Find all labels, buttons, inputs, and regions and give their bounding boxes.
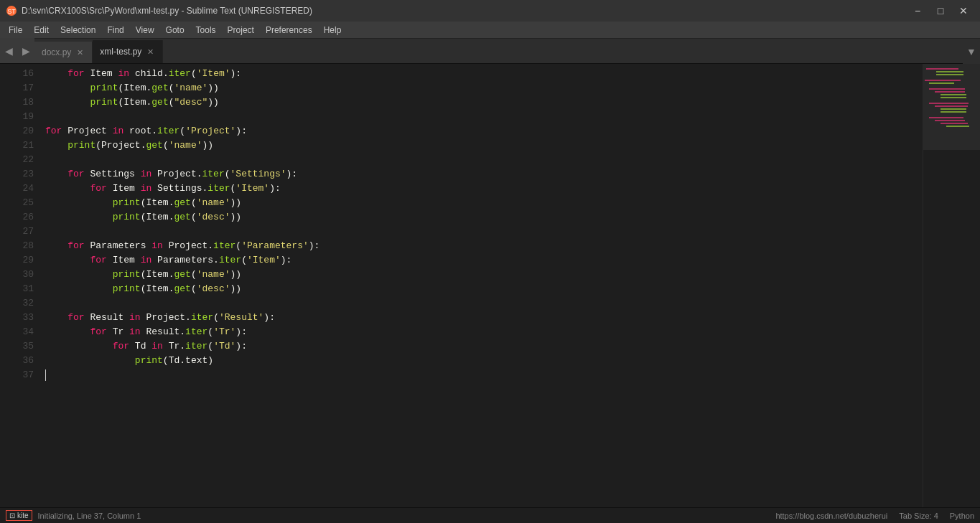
kite-icon: ⊡ [9, 512, 15, 519]
status-bar-right: https://blog.csdn.net/dubuzherui Tab Siz… [775, 512, 974, 520]
code-line-37 [39, 368, 923, 382]
kite-status: Initializing, Line 37, Column 1 [38, 512, 141, 520]
line-num-30: 30 [0, 268, 34, 282]
tab-docx[interactable]: docx.py ✕ [34, 42, 93, 63]
line-num-16: 16 [0, 67, 34, 81]
status-tabsize[interactable]: Tab Size: 4 [899, 512, 938, 520]
title-controls: − □ ✕ [907, 4, 974, 18]
menu-tools[interactable]: Tools [190, 22, 222, 38]
menu-bar: File Edit Selection Find View Goto Tools… [0, 22, 980, 39]
line-num-18: 18 [0, 95, 34, 110]
line-num-28: 28 [0, 239, 34, 253]
line-num-37: 37 [0, 368, 34, 382]
line-num-19: 19 [0, 110, 34, 124]
line-num-23: 23 [0, 167, 34, 182]
line-num-25: 25 [0, 196, 34, 210]
svg-text:ST: ST [7, 8, 16, 15]
status-bar-left: ⊡ kite Initializing, Line 37, Column 1 [6, 510, 141, 521]
code-line-34: for Tr in Result.iter('Tr'): [39, 325, 923, 339]
status-language[interactable]: Python [950, 512, 974, 520]
line-num-31: 31 [0, 282, 34, 296]
code-line-17: print(Item.get('name')) [39, 81, 923, 95]
line-num-21: 21 [0, 138, 34, 153]
code-line-28: for Parameters in Project.iter('Paramete… [39, 239, 923, 253]
line-num-36: 36 [0, 354, 34, 368]
menu-help[interactable]: Help [318, 22, 347, 38]
code-line-21: print(Project.get('name')) [39, 138, 923, 153]
line-num-22: 22 [0, 153, 34, 167]
code-line-23: for Settings in Project.iter('Settings')… [39, 167, 923, 182]
menu-file[interactable]: File [3, 22, 28, 38]
code-line-36: print(Td.text) [39, 354, 923, 368]
line-num-32: 32 [0, 296, 34, 311]
menu-find[interactable]: Find [101, 22, 129, 38]
minimize-button[interactable]: − [907, 4, 928, 18]
line-num-29: 29 [0, 253, 34, 268]
code-line-22 [39, 153, 923, 167]
editor: 16 17 18 19 20 21 22 23 24 25 26 27 28 2… [0, 64, 980, 507]
tab-dropdown-button[interactable]: ▼ [963, 39, 980, 64]
code-line-20: for Project in root.iter('Project'): [39, 124, 923, 138]
code-line-26: print(Item.get('desc')) [39, 210, 923, 225]
menu-goto[interactable]: Goto [160, 22, 190, 38]
code-line-29: for Item in Parameters.iter('Item'): [39, 253, 923, 268]
tab-docx-label: docx.py [42, 47, 71, 57]
line-num-26: 26 [0, 210, 34, 225]
menu-view[interactable]: View [130, 22, 160, 38]
kite-label: kite [17, 512, 29, 519]
line-num-20: 20 [0, 124, 34, 138]
tab-nav-left[interactable]: ◀ [0, 38, 17, 63]
line-num-27: 27 [0, 225, 34, 239]
tab-nav-right[interactable]: ▶ [17, 38, 34, 63]
line-num-35: 35 [0, 339, 34, 354]
kite-badge[interactable]: ⊡ kite [6, 510, 32, 521]
title-bar: ST D:\svn\CRX100S\Src\PyWord\xml-test.py… [0, 0, 980, 22]
window-title: D:\svn\CRX100S\Src\PyWord\xml-test.py - … [22, 6, 312, 16]
code-line-27 [39, 225, 923, 239]
code-line-35: for Td in Tr.iter('Td'): [39, 339, 923, 354]
code-line-19 [39, 110, 923, 124]
line-num-24: 24 [0, 182, 34, 196]
code-line-33: for Result in Project.iter('Result'): [39, 311, 923, 325]
line-numbers: 16 17 18 19 20 21 22 23 24 25 26 27 28 2… [0, 64, 39, 507]
code-line-30: print(Item.get('name')) [39, 268, 923, 282]
tab-xmltest-label: xml-test.py [100, 47, 141, 57]
minimap [923, 64, 980, 507]
tab-docx-close[interactable]: ✕ [75, 47, 85, 58]
tab-bar: ◀ ▶ docx.py ✕ xml-test.py ✕ ▼ [0, 39, 980, 64]
line-num-33: 33 [0, 311, 34, 325]
svg-rect-20 [923, 64, 980, 150]
status-bar: ⊡ kite Initializing, Line 37, Column 1 h… [0, 507, 980, 523]
title-bar-left: ST D:\svn\CRX100S\Src\PyWord\xml-test.py… [6, 5, 312, 17]
menu-preferences[interactable]: Preferences [260, 22, 318, 38]
code-line-31: print(Item.get('desc')) [39, 282, 923, 296]
menu-project[interactable]: Project [222, 22, 260, 38]
code-line-24: for Item in Settings.iter('Item'): [39, 182, 923, 196]
code-line-16: for Item in child.iter('Item'): [39, 67, 923, 81]
code-line-25: print(Item.get('name')) [39, 196, 923, 210]
app-icon: ST [6, 5, 17, 17]
status-url: https://blog.csdn.net/dubuzherui [775, 512, 887, 520]
code-line-18: print(Item.get("desc")) [39, 95, 923, 110]
tab-xmltest[interactable]: xml-test.py ✕ [93, 40, 163, 63]
menu-selection[interactable]: Selection [55, 22, 101, 38]
tab-xmltest-close[interactable]: ✕ [146, 47, 155, 57]
menu-edit[interactable]: Edit [28, 22, 55, 38]
line-num-17: 17 [0, 81, 34, 95]
code-line-32 [39, 296, 923, 311]
maximize-button[interactable]: □ [930, 4, 951, 18]
code-area[interactable]: for Item in child.iter('Item'): print(It… [39, 64, 923, 507]
line-num-34: 34 [0, 325, 34, 339]
close-button[interactable]: ✕ [953, 4, 974, 18]
